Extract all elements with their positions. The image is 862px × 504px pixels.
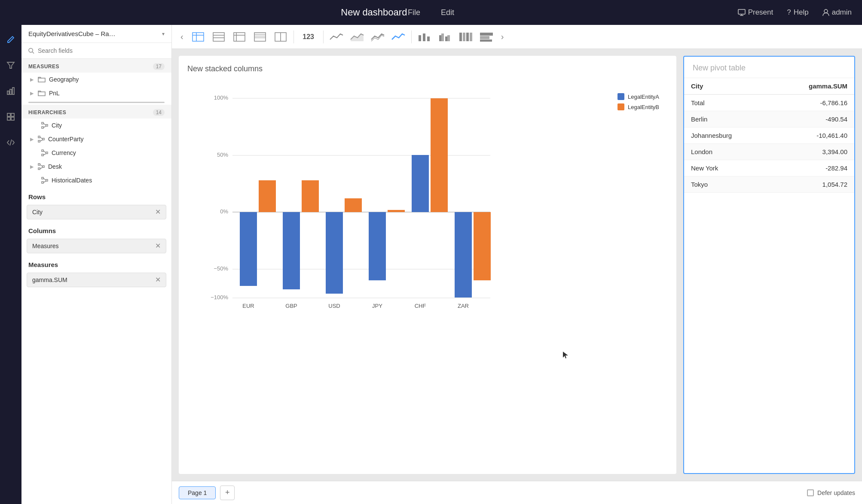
toolbar-bar3[interactable] (456, 29, 475, 45)
defer-label: Defer updates (817, 489, 855, 496)
svg-text:100%: 100% (214, 94, 229, 101)
svg-rect-61 (447, 35, 450, 41)
table-row: Tokyo1,054.72 (684, 176, 854, 193)
svg-rect-8 (7, 113, 10, 116)
legend-color-a (617, 93, 624, 100)
svg-line-38 (43, 181, 46, 182)
chevron-down-icon: ▾ (162, 31, 165, 37)
toolbar-table-grid[interactable] (189, 29, 208, 45)
svg-rect-55 (419, 35, 421, 41)
toolbar-table-compact[interactable] (251, 29, 269, 45)
pivot-col-city[interactable]: City (684, 78, 771, 94)
toolbar-bar1[interactable] (415, 29, 434, 45)
toolbar-table-extra[interactable] (271, 29, 290, 45)
measures-count: 17 (153, 63, 165, 70)
pivot-cell-value: -490.54 (771, 111, 854, 128)
svg-rect-80 (259, 180, 276, 212)
svg-rect-36 (46, 179, 48, 181)
bottom-bar: Page 1 + Defer updates (172, 481, 862, 504)
admin-button[interactable]: admin (822, 8, 852, 17)
sidebar: EquityDerivativesCube – Ra… ▾ MEASURES 1… (21, 25, 172, 504)
svg-rect-25 (42, 154, 43, 156)
toolbar-number[interactable]: 123 (297, 29, 320, 45)
toolbar-bar2[interactable] (436, 29, 455, 45)
folder-icon (38, 76, 46, 82)
table-row: London3,394.00 (684, 144, 854, 160)
svg-point-3 (824, 9, 828, 13)
svg-rect-20 (38, 140, 40, 142)
pivot-table: City gamma.SUM Total-6,786.16Berlin-490.… (684, 78, 854, 473)
svg-rect-21 (43, 138, 44, 140)
sidebar-item-currency[interactable]: Currency (21, 146, 171, 160)
edit-menu[interactable]: Edit (441, 8, 454, 17)
rows-chip: City ✕ (27, 205, 166, 219)
svg-rect-62 (459, 33, 462, 41)
sidebar-item-city[interactable]: City (21, 118, 171, 132)
icon-pencil[interactable] (3, 32, 18, 47)
table-row: New York-282.94 (684, 160, 854, 176)
pivot-cell-value: -282.94 (771, 160, 854, 176)
file-menu[interactable]: File (408, 8, 420, 17)
bar-chart-svg: 100% 50% 0% −50% −100% (187, 80, 523, 312)
help-button[interactable]: ? Help (787, 8, 808, 17)
svg-line-22 (40, 137, 43, 139)
pivot-cell-city: London (684, 144, 771, 160)
svg-rect-85 (369, 212, 386, 280)
cube-selector[interactable]: EquityDerivativesCube – Ra… ▾ (21, 25, 171, 43)
scrollbar (28, 102, 165, 103)
chevron-right-icon: ▶ (30, 137, 34, 142)
columns-chip-remove[interactable]: ✕ (155, 243, 161, 249)
toolbar-line2[interactable] (348, 29, 367, 45)
toolbar-table-flat[interactable] (209, 29, 228, 45)
toolbar-line4[interactable] (389, 29, 408, 45)
icon-chart[interactable] (3, 83, 18, 99)
toolbar-next[interactable]: › (498, 32, 507, 42)
chevron-right-icon: ▶ (30, 164, 34, 170)
toolbar-table-tree[interactable] (230, 29, 249, 45)
svg-rect-19 (38, 136, 40, 138)
add-page-button[interactable]: + (220, 486, 235, 500)
hierarchies-section-header: HIERARCHIES 14 (21, 105, 171, 118)
svg-rect-24 (42, 150, 43, 152)
chevron-right-icon: ▶ (30, 91, 34, 96)
sidebar-item-pnl[interactable]: ▶ PnL (21, 86, 171, 100)
hierarchies-section-title: HIERARCHIES (28, 109, 66, 115)
toolbar-line3[interactable] (368, 29, 387, 45)
svg-rect-35 (42, 182, 43, 183)
defer-checkbox[interactable] (807, 489, 814, 496)
svg-marker-54 (351, 34, 364, 41)
measures-chip-remove[interactable]: ✕ (155, 276, 161, 283)
pivot-cell-value: 3,394.00 (771, 144, 854, 160)
table-row: Total-6,786.16 (684, 94, 854, 111)
svg-rect-10 (7, 117, 10, 120)
svg-rect-29 (38, 164, 40, 165)
svg-text:−50%: −50% (214, 265, 228, 272)
sidebar-item-geography[interactable]: ▶ Geography (21, 73, 171, 86)
sidebar-item-desk[interactable]: ▶ Desk (21, 160, 171, 173)
rows-chip-remove[interactable]: ✕ (155, 209, 161, 216)
present-button[interactable]: Present (738, 8, 773, 17)
svg-text:USD: USD (328, 303, 340, 309)
svg-rect-67 (480, 36, 489, 39)
hierarchies-count: 14 (153, 109, 165, 116)
hierarchy-icon (41, 177, 48, 184)
cursor (561, 351, 570, 361)
icon-filter[interactable] (3, 58, 18, 73)
toolbar-prev[interactable]: ‹ (177, 32, 187, 42)
table-row: Johannesburg-10,461.40 (684, 128, 854, 144)
sidebar-item-counterparty[interactable]: ▶ CounterParty (21, 132, 171, 146)
icon-code[interactable] (3, 135, 18, 150)
icon-grid[interactable] (3, 109, 18, 124)
pivot-col-value[interactable]: gamma.SUM (771, 78, 854, 94)
svg-rect-45 (234, 33, 245, 41)
svg-rect-88 (431, 98, 448, 212)
sidebar-item-historicaldates[interactable]: HistoricalDates (21, 173, 171, 187)
toolbar-line1[interactable] (327, 29, 346, 45)
svg-line-27 (43, 151, 46, 153)
page-tab-1[interactable]: Page 1 (179, 486, 216, 499)
toolbar-bar4[interactable] (477, 29, 496, 45)
svg-text:50%: 50% (217, 152, 228, 158)
svg-rect-81 (283, 212, 300, 289)
search-input[interactable] (38, 47, 165, 54)
svg-rect-5 (7, 91, 9, 94)
